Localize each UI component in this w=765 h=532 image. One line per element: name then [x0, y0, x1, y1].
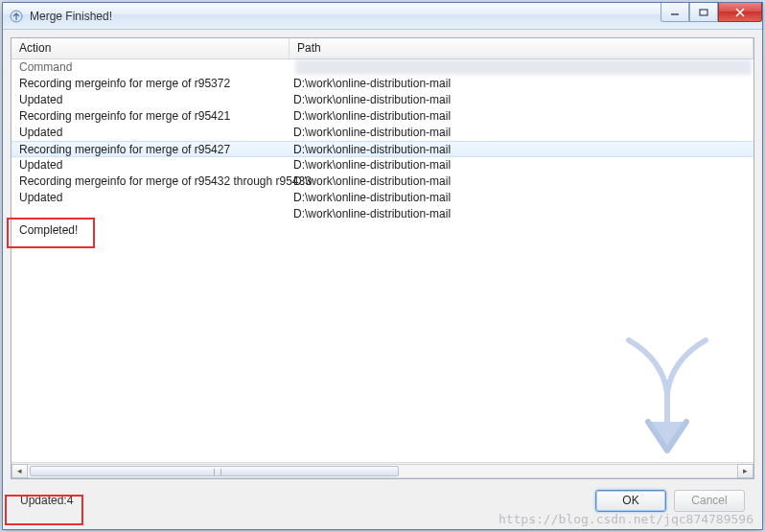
cell-path: D:\work\online-distribution-mail [290, 142, 753, 156]
table-row[interactable]: Command [12, 59, 753, 76]
cell-path: D:\work\online-distribution-mail [290, 125, 753, 141]
header-path[interactable]: Path [290, 38, 753, 58]
scroll-right-arrow[interactable]: ▸ [737, 464, 753, 478]
scroll-track[interactable] [28, 464, 737, 478]
maximize-button[interactable] [689, 3, 718, 22]
cell-path: D:\work\online-distribution-mail [290, 76, 753, 92]
status-text: Updated:4 [20, 494, 73, 507]
cell-action: Updated [12, 125, 290, 141]
ok-button[interactable]: OK [595, 490, 666, 512]
rows-container: CommandRecording mergeinfo for merge of … [12, 59, 753, 462]
table-row[interactable]: UpdatedD:\work\online-distribution-mail [12, 125, 753, 141]
table-row[interactable]: D:\work\online-distribution-mail [12, 206, 753, 222]
cell-path: D:\work\online-distribution-mail [290, 157, 753, 173]
cell-action: Recording mergeinfo for merge of r95421 [12, 108, 290, 125]
cell-path: D:\work\online-distribution-mail [290, 108, 753, 125]
cell-path: D:\work\online-distribution-mail [290, 190, 753, 206]
cell-path [290, 222, 753, 239]
cancel-button[interactable]: Cancel [674, 490, 745, 512]
table-row[interactable]: Recording mergeinfo for merge of r95432 … [12, 173, 753, 190]
table-row[interactable]: Completed! [12, 222, 753, 239]
table-row[interactable]: Recording mergeinfo for merge of r95372D… [12, 76, 753, 92]
minimize-button[interactable] [661, 3, 689, 22]
cell-path [290, 59, 753, 76]
table-row[interactable]: UpdatedD:\work\online-distribution-mail [12, 157, 753, 173]
scroll-thumb[interactable] [30, 466, 399, 476]
cell-path: D:\work\online-distribution-mail [290, 206, 753, 222]
cell-path: D:\work\online-distribution-mail [290, 92, 753, 108]
window-controls [661, 3, 762, 22]
cell-action: Updated [12, 92, 290, 108]
cell-action: Completed! [12, 222, 290, 239]
cell-action [12, 206, 290, 222]
titlebar[interactable]: Merge Finished! [3, 3, 762, 30]
cell-action: Recording mergeinfo for merge of r95432 … [12, 173, 290, 190]
svg-rect-2 [700, 10, 707, 15]
window-title: Merge Finished! [30, 10, 112, 23]
table-row[interactable]: UpdatedD:\work\online-distribution-mail [12, 92, 753, 108]
table-row[interactable]: Recording mergeinfo for merge of r95427D… [12, 141, 753, 157]
merge-dialog: Merge Finished! Action Path CommandRecor… [2, 2, 763, 530]
header-action[interactable]: Action [12, 38, 290, 58]
cell-action: Recording mergeinfo for merge of r95427 [12, 142, 290, 156]
table-row[interactable]: UpdatedD:\work\online-distribution-mail [12, 190, 753, 206]
horizontal-scrollbar[interactable]: ◂ ▸ [12, 462, 753, 478]
column-headers: Action Path [12, 38, 753, 59]
merge-icon [9, 9, 24, 24]
table-row[interactable]: Recording mergeinfo for merge of r95421D… [12, 108, 753, 125]
scroll-left-arrow[interactable]: ◂ [12, 464, 28, 478]
cell-path: D:\work\online-distribution-mail [290, 173, 753, 190]
close-button[interactable] [718, 3, 762, 22]
cell-action: Recording mergeinfo for merge of r95372 [12, 76, 290, 92]
content-area: Action Path CommandRecording mergeinfo f… [3, 30, 762, 529]
bottom-bar: Updated:4 OK Cancel [11, 479, 754, 521]
cell-action: Updated [12, 190, 290, 206]
log-list: Action Path CommandRecording mergeinfo f… [11, 37, 754, 479]
cell-action: Updated [12, 157, 290, 173]
cell-action: Command [12, 59, 290, 76]
